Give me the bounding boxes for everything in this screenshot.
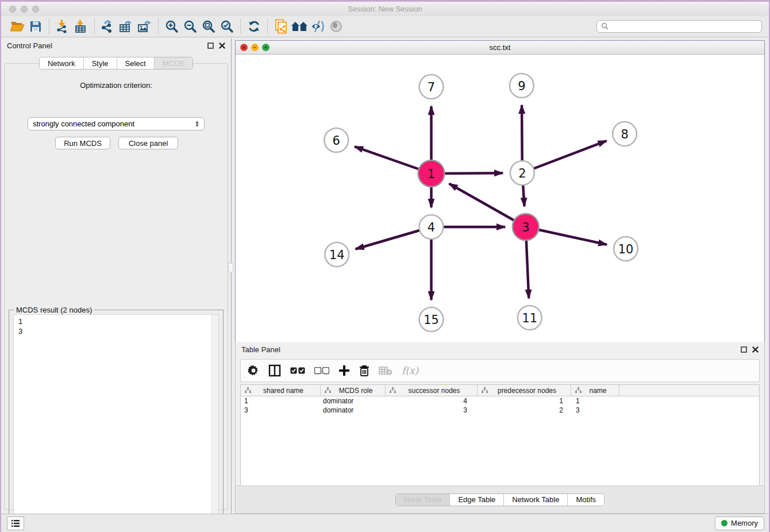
table-cell[interactable]: 3 [571,406,619,414]
column-header-predecessor-nodes[interactable]: predecessor nodes [478,385,571,396]
close-panel-icon[interactable] [219,43,225,49]
graph-node-label: 2 [518,167,526,180]
table-panel-title: Table Panel [241,345,280,354]
task-history-button[interactable] [7,516,24,530]
zoom-out-icon[interactable] [181,18,199,34]
table-row[interactable]: 3dominator323 [241,406,759,415]
graph-node-label: 9 [518,79,525,93]
column-header-shared-name[interactable]: shared name [241,385,321,396]
delete-table-icon[interactable] [379,365,392,376]
mcds-result-group: MCDS result (2 nodes) 1 3 [9,310,224,529]
search-box[interactable] [596,20,762,33]
toolbar-separator [94,19,95,34]
float-table-panel-icon[interactable] [741,346,747,353]
table-panel: Table Panel f(x) sh [235,342,765,514]
toolbar-separator [240,19,241,34]
status-bar: Memory [1,514,769,532]
dropdown-stepper-icon: ▲▼ [195,121,199,128]
optimization-criterion-label: Optimization criterion: [5,81,228,90]
table-tabs-strip: Node TableEdge TableNetwork TableMotifs [236,485,764,513]
table-cell[interactable]: 3 [241,406,321,414]
import-table-icon[interactable] [72,18,90,34]
table-cell[interactable]: dominator [321,397,386,405]
table-cell[interactable]: 2 [478,406,571,414]
tab-network-table[interactable]: Network Table [503,494,567,506]
graph-node-label: 3 [522,221,529,234]
graph-node-label: 8 [621,128,628,141]
toolbar-separator [49,19,49,34]
result-scrollbar[interactable] [211,315,218,523]
column-header-name[interactable]: name [571,385,619,396]
column-header-successor-nodes[interactable]: successor nodes [386,385,478,396]
tab-edge-table[interactable]: Edge Table [449,494,503,506]
control-panel: Control Panel Network Style Select MCDS … [1,38,232,514]
node-table-header: shared nameMCDS rolesuccessor nodesprede… [241,385,759,396]
function-builder-icon[interactable]: f(x) [402,365,418,376]
tab-motifs[interactable]: Motifs [567,494,604,506]
search-icon [600,22,610,31]
zoom-fit-icon[interactable] [199,18,218,34]
add-column-icon[interactable] [338,365,350,376]
graph-node-label: 1 [428,167,435,181]
main-toolbar [1,16,769,37]
graph-node-label: 6 [333,134,340,148]
first-neighbors-icon[interactable] [290,18,309,34]
tab-select[interactable]: Select [117,57,154,69]
open-file-icon[interactable] [8,18,26,34]
deselect-all-icon[interactable] [314,367,329,375]
column-header-MCDS-role[interactable]: MCDS role [321,385,386,396]
import-network-icon[interactable] [53,18,72,34]
refresh-view-icon[interactable] [245,18,263,34]
toolbar-separator [158,19,159,34]
network-window-titlebar[interactable]: scc.txt [236,41,764,55]
table-cell[interactable]: 4 [386,397,478,405]
zoom-in-icon[interactable] [163,18,181,34]
graph-node-label: 4 [428,221,435,234]
window-title: Session: New Session [1,5,769,13]
mcds-result-box[interactable]: 1 3 [13,314,219,524]
table-row[interactable]: 1dominator411 [241,396,759,406]
zoom-selected-icon[interactable] [218,18,236,34]
tab-mcds[interactable]: MCDS [154,57,192,69]
splitter-grip[interactable] [228,263,233,272]
table-toolbar: f(x) [240,359,760,382]
network-graph-canvas[interactable]: 7968124314101511 [236,55,764,342]
table-cell[interactable]: 3 [386,406,478,414]
delete-column-icon[interactable] [359,365,369,377]
select-all-checked-icon[interactable] [290,367,305,375]
close-table-panel-icon[interactable] [752,346,759,353]
run-mcds-button[interactable]: Run MCDS [55,137,110,149]
table-cell[interactable]: 1 [478,397,571,405]
node-table[interactable]: shared nameMCDS rolesuccessor nodesprede… [240,384,760,487]
search-input[interactable] [610,22,761,30]
tab-node-table[interactable]: Node Table [396,494,450,506]
application-window: Session: New Session [0,0,770,532]
export-table-icon[interactable] [117,18,136,34]
show-all-icon[interactable] [327,18,345,34]
criterion-dropdown[interactable]: strongly connected component ▲▼ [28,117,205,130]
control-panel-tabs: Network Style Select MCDS [1,57,231,70]
close-panel-button[interactable]: Close panel [118,137,178,149]
export-network-icon[interactable] [99,18,117,34]
network-window-title: scc.txt [236,43,764,52]
memory-status-icon [721,520,727,526]
graph-node-label: 15 [424,313,439,327]
table-cell[interactable]: 1 [571,397,619,405]
clone-network-icon[interactable] [272,18,290,34]
columns-icon[interactable] [268,364,281,377]
titlebar: Session: New Session [1,2,769,16]
hide-selected-icon[interactable] [309,18,327,34]
save-session-icon[interactable] [26,18,45,34]
export-image-icon[interactable] [136,18,154,34]
control-panel-title: Control Panel [7,41,52,50]
table-cell[interactable]: 1 [241,397,321,405]
memory-label: Memory [731,519,758,527]
memory-button[interactable]: Memory [715,516,764,530]
tab-network[interactable]: Network [40,57,83,69]
tab-style[interactable]: Style [83,57,117,69]
gear-icon[interactable] [248,365,259,376]
toolbar-separator [267,19,268,34]
edge-2-8[interactable] [522,141,607,173]
table-cell[interactable]: dominator [321,406,386,414]
float-panel-icon[interactable] [207,43,214,49]
